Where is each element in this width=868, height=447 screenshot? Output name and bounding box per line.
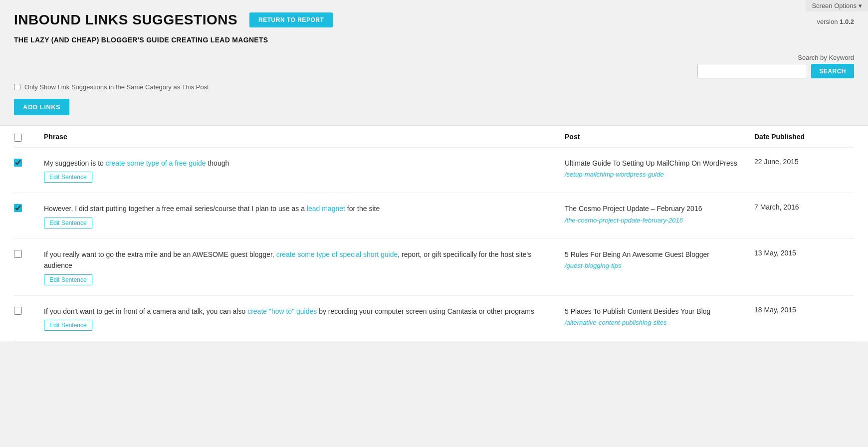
date-cell-3: 18 May, 2015	[754, 306, 854, 314]
page-title: INBOUND LINKS SUGGESTIONS	[14, 12, 237, 28]
search-button[interactable]: SEARCH	[811, 64, 854, 78]
post-link-2[interactable]: /guest-blogging-tips	[565, 261, 744, 271]
add-links-button[interactable]: ADD LINKS	[14, 99, 69, 115]
search-label: Search by Keyword	[798, 54, 854, 61]
row-checkbox-cell	[14, 203, 44, 212]
post-subtitle: THE LAZY (AND CHEAP) BLOGGER'S GUIDE CRE…	[14, 36, 854, 44]
post-link-0[interactable]: /setup-mailchimp-wordpress-guide	[565, 170, 744, 180]
search-area: Search by Keyword SEARCH	[0, 54, 868, 78]
date-cell-0: 22 June, 2015	[754, 158, 854, 166]
post-title-3: 5 Places To Publish Content Besides Your…	[565, 307, 710, 315]
main-content: Phrase Post Date Published My suggestion…	[0, 125, 868, 341]
phrase-text-1: However, I did start putting together a …	[44, 205, 307, 213]
row-checkbox-3[interactable]	[14, 307, 22, 315]
screen-options-button[interactable]: Screen Options ▾	[806, 0, 868, 11]
phrase-text-3: If you don't want to get in front of a c…	[44, 307, 247, 315]
row-checkbox-cell	[14, 249, 44, 258]
add-links-area: ADD LINKS	[0, 99, 868, 125]
phrase-header: Phrase	[44, 133, 565, 142]
phrase-cell-1: However, I did start putting together a …	[44, 203, 565, 228]
header-area: INBOUND LINKS SUGGESTIONS RETURN TO REPO…	[0, 0, 868, 44]
filter-label-text: Only Show Link Suggestions in the Same C…	[24, 83, 209, 91]
version-number: 1.0.2	[840, 18, 854, 25]
phrase-suffix-0: though	[206, 159, 229, 167]
post-title-0: Ultimate Guide To Setting Up MailChimp O…	[565, 159, 737, 167]
phrase-cell-2: If you really want to go the extra mile …	[44, 249, 565, 285]
filter-checkbox-label[interactable]: Only Show Link Suggestions in the Same C…	[14, 83, 854, 91]
version-info: version 1.0.2	[817, 18, 854, 25]
same-category-checkbox[interactable]	[14, 84, 20, 90]
phrase-cell-3: If you don't want to get in front of a c…	[44, 306, 565, 331]
phrase-link-1[interactable]: lead magnet	[307, 205, 345, 213]
phrase-suffix-1: for the site	[345, 205, 380, 213]
edit-sentence-button-1[interactable]: Edit Sentence	[44, 218, 92, 228]
return-to-report-button[interactable]: RETURN TO REPORT	[249, 12, 333, 27]
phrase-link-0[interactable]: create some type of a free guide	[106, 159, 206, 167]
date-cell-2: 13 May, 2015	[754, 249, 854, 257]
post-cell-2: 5 Rules For Being An Awesome Guest Blogg…	[565, 249, 754, 271]
date-cell-1: 7 March, 2016	[754, 203, 854, 211]
row-checkbox-2[interactable]	[14, 250, 22, 258]
post-cell-1: The Cosmo Project Update – February 2016…	[565, 203, 754, 225]
phrase-cell-0: My suggestion is to create some type of …	[44, 158, 565, 183]
row-checkbox-1[interactable]	[14, 204, 22, 212]
table-header: Phrase Post Date Published	[14, 126, 854, 148]
search-row: SEARCH	[697, 64, 854, 78]
row-checkbox-cell	[14, 306, 44, 315]
header-top: INBOUND LINKS SUGGESTIONS RETURN TO REPO…	[14, 12, 854, 28]
post-link-3[interactable]: /alternative-content-publishing-sites	[565, 318, 744, 328]
table-rows: My suggestion is to create some type of …	[14, 148, 854, 341]
post-cell-0: Ultimate Guide To Setting Up MailChimp O…	[565, 158, 754, 180]
table-wrapper: Phrase Post Date Published My suggestion…	[0, 126, 868, 341]
table-row: My suggestion is to create some type of …	[14, 148, 854, 193]
edit-sentence-button-3[interactable]: Edit Sentence	[44, 320, 92, 331]
table-row: If you really want to go the extra mile …	[14, 239, 854, 296]
select-all-checkbox[interactable]	[14, 134, 22, 142]
filter-area: Only Show Link Suggestions in the Same C…	[0, 83, 868, 99]
post-title-1: The Cosmo Project Update – February 2016	[565, 205, 702, 213]
edit-sentence-button-2[interactable]: Edit Sentence	[44, 274, 92, 285]
screen-options-label: Screen Options	[812, 2, 857, 9]
row-checkbox-0[interactable]	[14, 159, 22, 167]
post-title-2: 5 Rules For Being An Awesome Guest Blogg…	[565, 250, 709, 258]
phrase-suffix-3: by recording your computer screen using …	[317, 307, 534, 315]
table-row: If you don't want to get in front of a c…	[14, 296, 854, 341]
phrase-text-0: My suggestion is to	[44, 159, 106, 167]
phrase-link-3[interactable]: create "how to" guides	[247, 307, 317, 315]
date-header: Date Published	[754, 133, 854, 142]
phrase-text-2: If you really want to go the extra mile …	[44, 250, 276, 258]
phrase-link-2[interactable]: create some type of special short guide	[276, 250, 398, 258]
search-input[interactable]	[697, 64, 807, 78]
edit-sentence-button-0[interactable]: Edit Sentence	[44, 172, 92, 183]
row-checkbox-cell	[14, 158, 44, 167]
table-row: However, I did start putting together a …	[14, 193, 854, 238]
chevron-down-icon: ▾	[859, 2, 862, 9]
post-link-1[interactable]: /the-cosmo-project-update-february-2016	[565, 216, 744, 226]
version-label: version	[817, 18, 838, 25]
header-checkbox-cell	[14, 133, 44, 142]
top-bar: Screen Options ▾	[806, 0, 868, 11]
post-cell-3: 5 Places To Publish Content Besides Your…	[565, 306, 754, 328]
post-header: Post	[565, 133, 754, 142]
